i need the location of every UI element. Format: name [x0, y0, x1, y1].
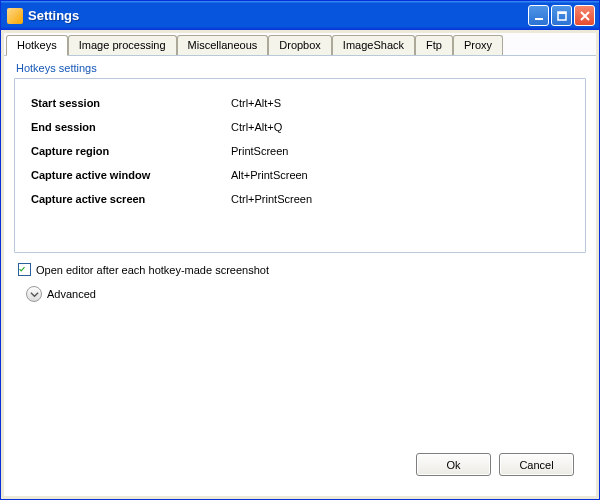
client-area: Hotkeys Image processing Miscellaneous D…: [4, 33, 596, 496]
tab-miscellaneous[interactable]: Miscellaneous: [177, 35, 269, 55]
button-bar: Ok Cancel: [14, 443, 586, 486]
maximize-button[interactable]: [551, 5, 572, 26]
group-label: Hotkeys settings: [16, 62, 586, 74]
spacer: [14, 302, 586, 443]
open-editor-checkbox[interactable]: [18, 263, 31, 276]
hotkey-row[interactable]: Start session Ctrl+Alt+S: [31, 91, 569, 115]
close-icon: [579, 10, 591, 22]
tab-ftp[interactable]: Ftp: [415, 35, 453, 55]
hotkey-value: Ctrl+Alt+Q: [231, 121, 282, 133]
tab-hotkeys[interactable]: Hotkeys: [6, 35, 68, 56]
window-controls: [528, 5, 595, 26]
hotkey-label: Capture active window: [31, 169, 231, 181]
open-editor-label: Open editor after each hotkey-made scree…: [36, 264, 269, 276]
hotkey-panel: Start session Ctrl+Alt+S End session Ctr…: [14, 78, 586, 253]
app-icon: [7, 8, 23, 24]
advanced-toggle[interactable]: Advanced: [26, 286, 586, 302]
hotkey-label: Start session: [31, 97, 231, 109]
tab-dropbox[interactable]: Dropbox: [268, 35, 332, 55]
tab-strip: Hotkeys Image processing Miscellaneous D…: [4, 33, 596, 56]
maximize-icon: [556, 10, 568, 22]
hotkey-row[interactable]: Capture region PrintScreen: [31, 139, 569, 163]
open-editor-row[interactable]: Open editor after each hotkey-made scree…: [18, 263, 586, 276]
check-icon: [19, 264, 25, 275]
advanced-label: Advanced: [47, 288, 96, 300]
tab-content: Hotkeys settings Start session Ctrl+Alt+…: [4, 56, 596, 496]
hotkey-value: Alt+PrintScreen: [231, 169, 308, 181]
svg-rect-2: [558, 12, 566, 14]
hotkey-value: Ctrl+PrintScreen: [231, 193, 312, 205]
close-button[interactable]: [574, 5, 595, 26]
hotkey-table: Start session Ctrl+Alt+S End session Ctr…: [31, 91, 569, 211]
window-title: Settings: [28, 8, 528, 23]
chevron-down-icon: [30, 290, 39, 299]
minimize-button[interactable]: [528, 5, 549, 26]
hotkey-value: PrintScreen: [231, 145, 288, 157]
settings-window: Settings Hotkeys Image processing Miscel…: [0, 0, 600, 500]
tab-imageshack[interactable]: ImageShack: [332, 35, 415, 55]
cancel-button[interactable]: Cancel: [499, 453, 574, 476]
tab-proxy[interactable]: Proxy: [453, 35, 503, 55]
hotkey-value: Ctrl+Alt+S: [231, 97, 281, 109]
svg-rect-0: [535, 18, 543, 20]
tab-image-processing[interactable]: Image processing: [68, 35, 177, 55]
hotkey-row[interactable]: Capture active window Alt+PrintScreen: [31, 163, 569, 187]
below-panel: Open editor after each hotkey-made scree…: [14, 263, 586, 302]
minimize-icon: [533, 10, 545, 22]
expand-button[interactable]: [26, 286, 42, 302]
titlebar[interactable]: Settings: [1, 1, 599, 30]
hotkey-label: Capture region: [31, 145, 231, 157]
hotkey-label: Capture active screen: [31, 193, 231, 205]
hotkey-label: End session: [31, 121, 231, 133]
ok-button[interactable]: Ok: [416, 453, 491, 476]
hotkey-row[interactable]: End session Ctrl+Alt+Q: [31, 115, 569, 139]
hotkey-row[interactable]: Capture active screen Ctrl+PrintScreen: [31, 187, 569, 211]
